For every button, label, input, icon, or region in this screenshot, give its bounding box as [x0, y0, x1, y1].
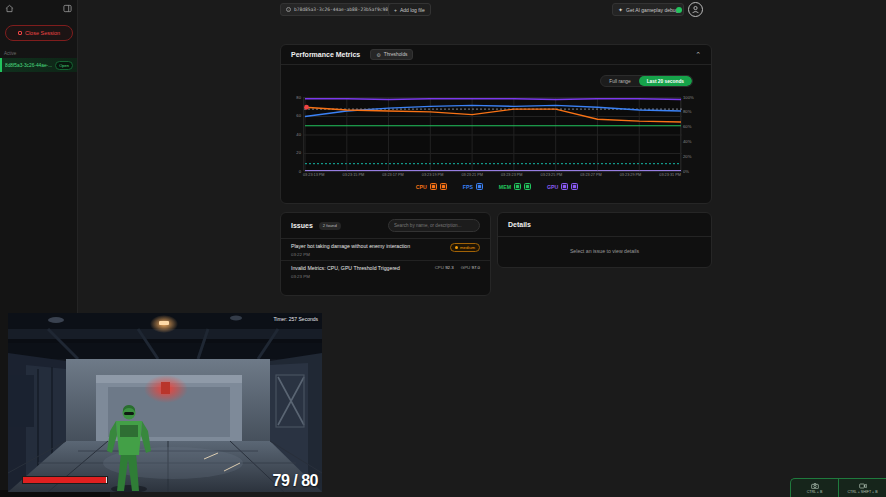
- app-root: Close Session Active 8d8f5a3-3c26-44ae-.…: [0, 0, 886, 497]
- metrics-panel-title: Performance Metrics: [291, 51, 360, 58]
- add-log-file-button[interactable]: + Add log file: [388, 3, 431, 16]
- game-timer-text: Timer: 257 Seconds: [273, 316, 318, 322]
- session-id-text: b78d85a3-3c26-44ae-ab88-23b5af9c9857: [294, 7, 394, 12]
- health-bar-fill: [23, 477, 106, 483]
- sparkle-icon: ✦: [618, 7, 623, 13]
- issues-list: Player bot taking damage without enemy i…: [281, 239, 490, 282]
- x-axis-labels: 03:23:13 PM03:23:15 PM03:23:17 PM03:23:1…: [303, 173, 681, 177]
- legend-toggle[interactable]: [476, 183, 483, 190]
- series-gpu-: [305, 99, 681, 100]
- left-axis-tick: 80: [296, 95, 301, 100]
- right-axis-tick: 0%: [683, 169, 689, 174]
- camera-icon: [811, 483, 819, 489]
- session-id-truncated: 8d8f5a3-3c26-44ae-...: [5, 63, 52, 68]
- screenshot-button[interactable]: CTRL + B: [791, 479, 838, 497]
- issue-time: 03:22 PM: [291, 252, 410, 257]
- close-session-label: Close Session: [25, 30, 60, 36]
- screenshot-shortcut: CTRL + B: [807, 490, 823, 494]
- legend-item-mem: MEM: [499, 183, 531, 190]
- close-session-button[interactable]: Close Session: [5, 25, 73, 41]
- right-axis-tick: 20%: [683, 154, 691, 159]
- right-axis-tick: 60%: [683, 124, 691, 129]
- x-axis-tick: 03:23:27 PM: [580, 173, 602, 177]
- issues-panel-title: Issues: [291, 222, 313, 229]
- left-axis-labels: 020406080: [289, 97, 303, 171]
- range-option[interactable]: Full range: [601, 76, 638, 86]
- legend-toggle[interactable]: [430, 183, 437, 190]
- legend-label: GPU: [547, 184, 558, 190]
- right-axis-tick: 100%: [683, 95, 694, 100]
- thresholds-button[interactable]: ⚙ Thresholds: [370, 49, 413, 60]
- left-axis-tick: 60: [296, 113, 301, 118]
- health-bar-remainder: [106, 477, 107, 483]
- game-scene: [8, 313, 322, 492]
- capture-shortcut-bar: CTRL + B CTRL + SHIFT + B: [790, 478, 886, 497]
- left-axis-tick: 0: [299, 169, 301, 174]
- performance-metrics-panel: Performance Metrics ⚙ Thresholds ⌃ Full …: [280, 44, 712, 204]
- collapse-chevron-icon[interactable]: ⌃: [695, 51, 701, 59]
- session-id-chip[interactable]: i b78d85a3-3c26-44ae-ab88-23b5af9c9857: [280, 3, 400, 16]
- legend-toggle[interactable]: [561, 183, 568, 190]
- event-marker: [304, 105, 309, 110]
- range-toggle: Full rangeLast 20 seconds: [600, 75, 693, 87]
- left-axis-tick: 40: [296, 132, 301, 137]
- sidebar-toggle-icon[interactable]: [63, 4, 72, 13]
- left-axis-tick: 20: [296, 150, 301, 155]
- profile-avatar-button[interactable]: [688, 2, 703, 17]
- legend-toggle[interactable]: [514, 183, 521, 190]
- legend-toggle[interactable]: [440, 183, 447, 190]
- issues-search: [388, 219, 480, 232]
- range-option[interactable]: Last 20 seconds: [639, 76, 692, 86]
- sessions-list-label: Active: [4, 51, 77, 56]
- details-panel-title: Details: [508, 221, 531, 228]
- details-empty-state: Select an issue to view details: [498, 237, 711, 265]
- x-axis-tick: 03:23:17 PM: [382, 173, 404, 177]
- status-dot: [676, 7, 682, 13]
- home-icon[interactable]: [5, 4, 14, 13]
- info-icon: i: [286, 7, 291, 12]
- issue-title: Player bot taking damage without enemy i…: [291, 243, 410, 249]
- gear-icon: ⚙: [376, 52, 380, 58]
- stop-icon: [18, 31, 22, 35]
- issues-count-badge: 2 found: [319, 222, 341, 230]
- issue-time: 03:23 PM: [291, 274, 400, 279]
- metrics-chart: 020406080 0%20%40%60%80%100%: [289, 97, 705, 179]
- game-viewport[interactable]: Timer: 257 Seconds 79 / 80: [8, 313, 322, 492]
- legend-item-cpu: CPU: [416, 183, 447, 190]
- x-axis-tick: 03:23:29 PM: [620, 173, 642, 177]
- session-status-badge: Open: [55, 61, 73, 70]
- x-axis-tick: 03:23:25 PM: [541, 173, 563, 177]
- plus-icon: +: [394, 7, 397, 13]
- thresholds-label: Thresholds: [384, 52, 408, 57]
- chart-plot-area[interactable]: [303, 97, 681, 171]
- x-axis-tick: 03:23:23 PM: [501, 173, 523, 177]
- record-shortcut: CTRL + SHIFT + B: [847, 490, 877, 494]
- session-list-item[interactable]: 8d8f5a3-3c26-44ae-... Open: [0, 58, 77, 72]
- legend-label: FPS: [463, 184, 473, 190]
- legend-label: MEM: [499, 184, 511, 190]
- record-button[interactable]: CTRL + SHIFT + B: [838, 479, 886, 497]
- x-axis-tick: 03:23:15 PM: [343, 173, 365, 177]
- issue-metric-cpu: CPU 92.3: [435, 265, 454, 270]
- person-icon: [691, 5, 700, 14]
- x-axis-tick: 03:23:31 PM: [659, 173, 681, 177]
- video-camera-icon: [859, 483, 867, 489]
- legend-toggle[interactable]: [524, 183, 531, 190]
- right-axis-tick: 80%: [683, 109, 691, 114]
- legend-item-gpu: GPU: [547, 183, 578, 190]
- add-log-label: Add log file: [400, 7, 425, 13]
- right-axis-tick: 40%: [683, 139, 691, 144]
- issue-row[interactable]: Player bot taking damage without enemy i…: [281, 239, 490, 261]
- legend-label: CPU: [416, 184, 427, 190]
- issues-search-input[interactable]: [394, 223, 474, 228]
- severity-badge: medium: [450, 243, 480, 252]
- legend-toggle[interactable]: [571, 183, 578, 190]
- issue-metric-gpu: GPU 97.0: [461, 265, 480, 270]
- x-axis-tick: 03:23:13 PM: [303, 173, 325, 177]
- issues-panel: Issues 2 found Player bot taking damage …: [280, 212, 491, 296]
- x-axis-tick: 03:23:19 PM: [422, 173, 444, 177]
- chart-legend: CPUFPSMEMGPU: [281, 183, 713, 190]
- ai-debug-label: Get AI gameplay debug: [626, 7, 678, 13]
- ai-gameplay-debug-button[interactable]: ✦ Get AI gameplay debug: [612, 3, 684, 16]
- issue-row[interactable]: Invalid Metrics: CPU, GPU Threshold Trig…: [281, 261, 490, 282]
